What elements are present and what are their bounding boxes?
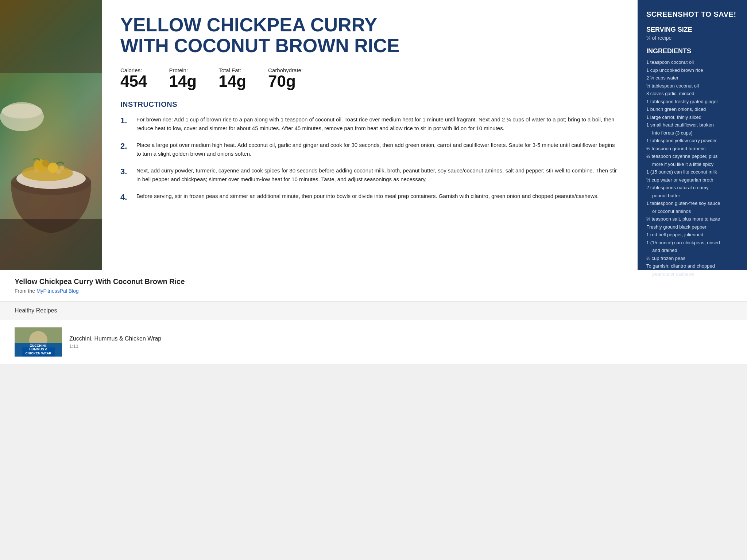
related-thumb-text: ZUCCHINI, HUMMUS & CHICKEN WRAP: [15, 343, 62, 357]
svg-point-7: [34, 168, 39, 173]
ingredient-item: 1 bunch green onions, diced: [646, 106, 738, 113]
step-number: 2.: [120, 141, 131, 152]
ingredient-item: To garnish: cilantro and chopped: [646, 262, 738, 270]
step-text: Before serving, stir in frozen peas and …: [136, 192, 599, 201]
ingredient-item: ½ teaspoon ground turmeric: [646, 145, 738, 152]
recipe-photo: [0, 0, 102, 270]
ingredient-item: more if you like it a little spicy: [646, 161, 738, 168]
serving-size-value: ¼ of recipe: [646, 35, 738, 41]
protein-item: Protein: 14g: [169, 67, 197, 89]
instructions-heading: INSTRUCTIONS: [120, 100, 619, 109]
ingredients-title: INGREDIENTS: [646, 47, 738, 55]
ingredient-item: ½ cup frozen peas: [646, 255, 738, 262]
instruction-list: 1. For brown rice: Add 1 cup of brown ri…: [120, 115, 619, 203]
step-number: 1.: [120, 115, 131, 127]
step-text: Next, add curry powder, turmeric, cayenn…: [136, 166, 619, 184]
ingredient-item: 1 red bell pepper, julienned: [646, 231, 738, 238]
ingredient-item: ¼ teaspoon cayenne pepper, plus: [646, 153, 738, 160]
sidebar-panel: SCREENSHOT TO SAVE! SERVING SIZE ¼ of re…: [638, 0, 747, 270]
instruction-item: 2. Place a large pot over medium high he…: [120, 141, 619, 158]
ingredient-item: 1 tablespoon yellow curry powder: [646, 137, 738, 144]
ingredient-item: 1 (15 ounce) can lite coconut milk: [646, 168, 738, 176]
fat-value: 14g: [218, 72, 246, 90]
related-title[interactable]: Zucchini, Hummus & Chicken Wrap: [69, 335, 161, 342]
ingredient-item: ½ tablespoon coconut oil: [646, 82, 738, 90]
ingredient-item: 2 ¼ cups water: [646, 74, 738, 82]
ingredient-list: 1 teaspoon coconut oil1 cup uncooked bro…: [646, 59, 738, 277]
protein-value: 14g: [169, 72, 197, 90]
step-text: Place a large pot over medium high heat.…: [136, 141, 619, 158]
svg-point-10: [2, 104, 42, 118]
bottom-recipe-title: Yellow Chickpea Curry With Coconut Brown…: [15, 277, 732, 286]
svg-point-5: [42, 160, 49, 167]
serving-size-title: SERVING SIZE: [646, 26, 738, 34]
ingredient-item: peanuts or cashews: [646, 271, 738, 278]
ingredient-item: 2 tablespoons natural creamy: [646, 184, 738, 191]
svg-point-8: [60, 166, 64, 170]
main-card: YELLOW CHICKPEA CURRY WITH COCONUT BROWN…: [0, 0, 747, 270]
ingredient-item: peanut butter: [646, 192, 738, 199]
source-prefix: From the: [15, 288, 36, 294]
category-text: Healthy Recipes: [15, 307, 57, 314]
related-section: ZUCCHINI, HUMMUS & CHICKEN WRAP Zucchini…: [0, 320, 747, 364]
ingredient-item: and drained: [646, 247, 738, 254]
ingredient-item: ½ cup water or vegetarian broth: [646, 176, 738, 184]
instruction-item: 1. For brown rice: Add 1 cup of brown ri…: [120, 115, 619, 133]
ingredient-item: 1 small head cauliflower, broken: [646, 121, 738, 129]
fat-item: Total Fat: 14g: [218, 67, 246, 89]
ingredient-item: 1 cup uncooked brown rice: [646, 67, 738, 74]
bottom-section: Yellow Chickpea Curry With Coconut Brown…: [0, 270, 747, 301]
ingredient-item: Freshly ground black pepper: [646, 223, 738, 231]
screenshot-label: SCREENSHOT TO SAVE!: [646, 10, 738, 19]
step-text: For brown rice: Add 1 cup of brown rice …: [136, 115, 619, 133]
calories-item: Calories: 454: [120, 67, 147, 89]
ingredient-item: 3 cloves garlic, minced: [646, 90, 738, 97]
category-bar: Healthy Recipes: [0, 301, 747, 320]
step-number: 4.: [120, 192, 131, 203]
related-thumbnail[interactable]: ZUCCHINI, HUMMUS & CHICKEN WRAP: [15, 327, 62, 357]
ingredient-item: 1 tablespoon freshly grated ginger: [646, 98, 738, 105]
svg-point-6: [56, 169, 61, 174]
ingredient-item: ¼ teaspoon salt, plus more to taste: [646, 215, 738, 223]
carbs-value: 70g: [268, 72, 296, 90]
source-line: From the MyFitnessPal Blog: [15, 288, 732, 294]
ingredient-item: 1 teaspoon coconut oil: [646, 59, 738, 66]
ingredient-item: 1 tablespoon gluten-free soy sauce: [646, 200, 738, 207]
recipe-content: YELLOW CHICKPEA CURRY WITH COCONUT BROWN…: [102, 0, 638, 270]
photo-section: [0, 0, 102, 270]
instruction-item: 3. Next, add curry powder, turmeric, cay…: [120, 166, 619, 184]
svg-point-2: [22, 165, 73, 181]
instruction-item: 4. Before serving, stir in frozen peas a…: [120, 192, 619, 203]
step-number: 3.: [120, 166, 131, 178]
source-link[interactable]: MyFitnessPal Blog: [36, 288, 79, 294]
recipe-title: YELLOW CHICKPEA CURRY WITH COCONUT BROWN…: [120, 15, 619, 56]
svg-rect-12: [0, 219, 102, 270]
related-info: Zucchini, Hummus & Chicken Wrap 1:11: [69, 335, 161, 349]
calories-value: 454: [120, 72, 147, 90]
related-duration: 1:11: [69, 343, 161, 349]
ingredient-item: into florets (3 cups): [646, 129, 738, 137]
ingredient-item: or coconut aminos: [646, 208, 738, 215]
nutrition-row: Calories: 454 Protein: 14g Total Fat: 14…: [120, 67, 619, 89]
svg-rect-11: [0, 0, 102, 73]
ingredient-item: 1 (15 ounce) can chickpeas, rinsed: [646, 239, 738, 246]
ingredient-item: 1 large carrot, thinly sliced: [646, 114, 738, 121]
carbs-item: Carbohydrate: 70g: [268, 67, 303, 89]
